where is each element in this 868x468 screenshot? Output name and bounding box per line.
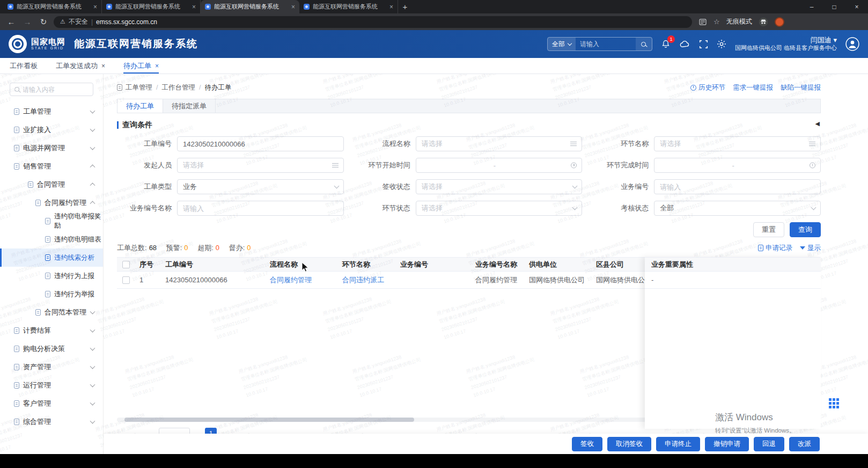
apply-record-link[interactable]: 申请记录 xyxy=(758,244,792,253)
sidebar-item-contract-template-mgmt[interactable]: 合同范本管理 xyxy=(0,303,103,321)
forward-button[interactable]: → xyxy=(21,16,33,28)
sign-status-select[interactable]: 请选择 xyxy=(416,179,583,194)
initiator-picker[interactable]: 请选择 xyxy=(177,158,344,173)
incognito-icon[interactable] xyxy=(759,17,768,27)
sidebar-item-business-expansion[interactable]: 业扩接入 xyxy=(0,121,103,139)
sidebar-search[interactable] xyxy=(10,83,93,96)
history-steps-link[interactable]: 历史环节 xyxy=(690,83,725,92)
sidebar-item-order-mgmt[interactable]: 工单管理 xyxy=(0,103,103,121)
breadcrumb: 工单管理 / 工作台管理 / 待办工单 历史环节 需求一键提报 缺陷一键提报 xyxy=(117,81,821,94)
browser-nav-bar: ← → ↻ ⚠ 不安全 | emss.sx.sgcc.com.cn ☆ 无痕模式 xyxy=(0,13,868,30)
breadcrumb-item[interactable]: 工单管理 xyxy=(126,83,152,92)
biz-name-input[interactable] xyxy=(177,201,344,216)
reset-button[interactable]: 重置 xyxy=(753,222,784,237)
browser-tab-title: 能源互联网营销服务系统 xyxy=(313,3,386,11)
sidebar-item-asset-mgmt[interactable]: 资产管理 xyxy=(0,358,103,376)
browser-profile-icon[interactable] xyxy=(775,17,784,27)
tab-todo-orders[interactable]: 待办工单 xyxy=(117,99,163,113)
step-name-link[interactable]: 合同违约派工 xyxy=(342,276,384,284)
sidebar-item-comprehensive-mgmt[interactable]: 综合管理 xyxy=(0,413,103,431)
user-avatar[interactable] xyxy=(845,37,859,51)
field-label: 环节名称 xyxy=(594,139,654,149)
sidebar-item-contract-performance-mgmt[interactable]: 合同履约管理 xyxy=(0,194,103,212)
browser-tab-1[interactable]: 能源互联网营销服务系统 × xyxy=(3,0,102,13)
apply-terminate-button[interactable]: 申请终止 xyxy=(656,437,700,451)
step-status-select[interactable]: 请选择 xyxy=(416,201,583,216)
flow-name-link[interactable]: 合同履约管理 xyxy=(270,276,312,284)
breadcrumb-item[interactable]: 工作台管理 xyxy=(161,83,195,92)
tab-pending-dispatch[interactable]: 待指定派单 xyxy=(163,99,216,113)
step-name-picker[interactable]: 请选择 xyxy=(654,136,821,151)
sidebar-item-breach-behavior-report[interactable]: 违约行为上报 xyxy=(0,267,103,285)
sidebar-item-breach-theft-detail[interactable]: 违约窃电明细表 xyxy=(0,230,103,248)
tab-close-icon[interactable]: × xyxy=(155,62,159,70)
reassign-button[interactable]: 改派 xyxy=(789,437,820,451)
tab-close-icon[interactable]: × xyxy=(291,3,295,11)
sidebar-item-sales-mgmt[interactable]: 销售管理 xyxy=(0,157,103,176)
select-all-checkbox[interactable] xyxy=(122,261,130,268)
ws-tab-todo-orders[interactable]: 待办工单 × xyxy=(123,58,159,74)
ws-tab-order-sent[interactable]: 工单发送成功 × xyxy=(56,58,105,74)
sidebar-item-operation-mgmt[interactable]: 运行管理 xyxy=(0,376,103,394)
tab-close-icon[interactable]: × xyxy=(192,3,196,11)
search-icon[interactable] xyxy=(636,38,652,50)
address-bar[interactable]: ⚠ 不安全 | emss.sx.sgcc.com.cn xyxy=(54,16,692,28)
collapse-query-icon[interactable]: ◀ xyxy=(815,120,820,127)
chevron-down-icon xyxy=(90,419,95,424)
browser-tab-4[interactable]: 能源互联网营销服务系统 × xyxy=(299,0,398,13)
notification-bell-icon[interactable]: 1 xyxy=(661,39,671,49)
widget-grid-icon[interactable] xyxy=(829,398,839,408)
step-start-time-picker[interactable]: - xyxy=(416,158,583,173)
ws-tab-dashboard[interactable]: 工作看板 xyxy=(10,58,38,74)
sidebar-item-contract-mgmt[interactable]: 合同管理 xyxy=(0,176,103,194)
browser-tab-2[interactable]: 能源互联网营销服务系统 × xyxy=(102,0,201,13)
fullscreen-icon[interactable] xyxy=(699,40,708,49)
sidebar-item-billing-settlement[interactable]: 计费结算 xyxy=(0,321,103,340)
clock-icon xyxy=(690,85,696,91)
new-tab-button[interactable]: + xyxy=(398,0,412,13)
order-summary: 工单总数:68 预警:0 超期:0 督办:0 xyxy=(117,243,253,253)
sidebar-search-input[interactable] xyxy=(23,86,89,93)
sidebar-item-customer-mgmt[interactable]: 客户管理 xyxy=(0,394,103,413)
search-button[interactable]: 查询 xyxy=(790,222,821,237)
tab-close-icon[interactable]: × xyxy=(93,3,97,11)
menu-icon xyxy=(45,236,50,243)
flow-name-picker[interactable]: 请选择 xyxy=(416,136,583,151)
user-name-dropdown[interactable]: 闫国迪 ▾ xyxy=(735,36,837,45)
sidebar-item-breach-theft-report-reward[interactable]: 违约窃电举报奖励 xyxy=(0,212,103,230)
browser-tab-3-active[interactable]: 能源互联网营销服务系统 × xyxy=(201,0,299,13)
biz-no-input[interactable] xyxy=(654,179,821,194)
bookmark-star-icon[interactable]: ☆ xyxy=(713,18,720,26)
sidebar-item-breach-clue-analysis[interactable]: 违约线索分析 xyxy=(0,248,103,267)
sign-button[interactable]: 签收 xyxy=(572,437,602,451)
window-close-button[interactable]: × xyxy=(845,0,868,13)
order-no-input[interactable] xyxy=(177,136,344,151)
step-end-time-picker[interactable]: - xyxy=(654,158,821,173)
reload-button[interactable]: ↻ xyxy=(38,16,49,28)
orders-table: 序号 工单编号 流程名称 环节名称 业务编号 业务编号名称 供电单位 区县公司 … xyxy=(117,257,821,429)
display-filter-link[interactable]: 显示 xyxy=(800,244,821,253)
cancel-sign-button[interactable]: 取消签收 xyxy=(607,437,651,451)
sidebar-item-purchase-analysis[interactable]: 购电分析决策 xyxy=(0,340,103,358)
rollback-button[interactable]: 回退 xyxy=(754,437,784,451)
sidebar-item-breach-behavior-tipoff[interactable]: 违约行为举报 xyxy=(0,285,103,303)
order-type-select[interactable]: 业务 xyxy=(177,179,344,194)
cloud-icon[interactable] xyxy=(679,39,690,50)
search-scope-select[interactable]: 全部 xyxy=(548,38,576,50)
tab-close-icon[interactable]: × xyxy=(101,62,105,70)
back-button[interactable]: ← xyxy=(5,16,17,28)
row-checkbox[interactable] xyxy=(122,276,130,284)
global-search-input[interactable]: 请输入 xyxy=(576,40,636,49)
window-minimize-button[interactable]: – xyxy=(800,0,823,13)
reading-mode-icon[interactable] xyxy=(698,18,707,26)
revoke-apply-button[interactable]: 撤销申请 xyxy=(705,437,749,451)
workspace-tab-bar: 工作看板 工单发送成功 × 待办工单 × xyxy=(0,58,868,74)
scrollbar-thumb[interactable] xyxy=(124,418,414,422)
tab-close-icon[interactable]: × xyxy=(389,3,393,11)
window-maximize-button[interactable]: □ xyxy=(823,0,845,13)
assess-status-select[interactable]: 全部 xyxy=(654,201,821,216)
demand-report-link[interactable]: 需求一键提报 xyxy=(733,83,773,92)
settings-gear-icon[interactable] xyxy=(717,39,726,49)
sidebar-item-grid-connection-mgmt[interactable]: 电源并网管理 xyxy=(0,139,103,157)
defect-report-link[interactable]: 缺陷一键提报 xyxy=(781,83,821,92)
